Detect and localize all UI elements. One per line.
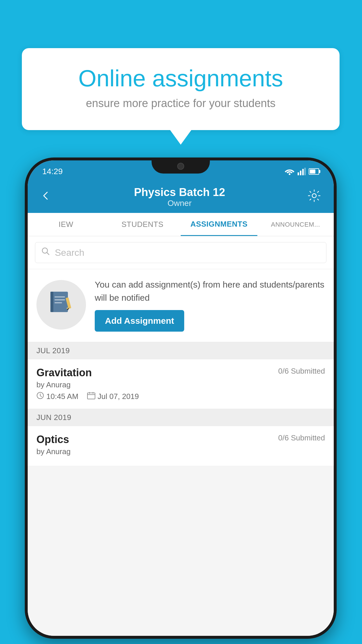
svg-rect-4 bbox=[304, 168, 306, 175]
battery-icon bbox=[309, 168, 319, 175]
assignment-author: by Anurag bbox=[36, 380, 325, 389]
screen-content: Search bbox=[28, 236, 334, 636]
signal-icon bbox=[298, 168, 306, 175]
assignment-name-optics: Optics bbox=[36, 433, 69, 446]
tab-announcements[interactable]: ANNOUNCEM... bbox=[257, 213, 334, 236]
svg-rect-3 bbox=[302, 169, 304, 175]
section-header-jun: JUN 2019 bbox=[28, 409, 334, 426]
assignment-item-gravitation[interactable]: Gravitation 0/6 Submitted by Anurag 10:4… bbox=[28, 359, 334, 409]
svg-rect-7 bbox=[52, 292, 68, 312]
meta-time: 10:45 AM bbox=[36, 392, 78, 401]
tab-students[interactable]: STUDENTS bbox=[104, 213, 181, 236]
assignment-submitted: 0/6 Submitted bbox=[278, 367, 325, 376]
svg-rect-10 bbox=[55, 299, 65, 300]
notch-camera bbox=[177, 163, 184, 170]
phone-frame: 14:29 bbox=[25, 158, 337, 639]
settings-button[interactable] bbox=[305, 186, 324, 208]
info-card: You can add assignment(s) from here and … bbox=[28, 269, 334, 342]
tab-assignments[interactable]: ASSIGNMENTS bbox=[181, 213, 257, 236]
assignment-row-top-optics: Optics 0/6 Submitted bbox=[36, 433, 325, 446]
assignment-date: Jul 07, 2019 bbox=[98, 392, 139, 401]
clock-icon bbox=[36, 392, 44, 401]
info-content: You can add assignment(s) from here and … bbox=[95, 278, 325, 332]
svg-rect-8 bbox=[50, 292, 53, 312]
section-header-jul: JUL 2019 bbox=[28, 342, 334, 359]
status-time: 14:29 bbox=[42, 167, 63, 176]
speech-bubble-container: Online assignments ensure more practice … bbox=[22, 48, 340, 130]
phone-screen: 14:29 bbox=[28, 160, 334, 636]
assignment-meta: 10:45 AM Jul 07, 2019 bbox=[36, 392, 325, 401]
svg-rect-1 bbox=[298, 172, 299, 175]
tab-bar: IEW STUDENTS ASSIGNMENTS ANNOUNCEM... bbox=[28, 213, 334, 236]
svg-rect-11 bbox=[55, 302, 62, 303]
info-icon-circle bbox=[36, 280, 86, 330]
add-assignment-button[interactable]: Add Assignment bbox=[95, 310, 184, 332]
assignment-submitted-optics: 0/6 Submitted bbox=[278, 433, 325, 442]
svg-rect-9 bbox=[55, 296, 65, 298]
svg-point-0 bbox=[289, 173, 291, 175]
calendar-icon bbox=[87, 392, 95, 401]
assignment-item-optics[interactable]: Optics 0/6 Submitted by Anurag bbox=[28, 426, 334, 466]
app-header: Physics Batch 12 Owner bbox=[28, 181, 334, 213]
info-text: You can add assignment(s) from here and … bbox=[95, 278, 325, 304]
status-icons bbox=[284, 168, 319, 175]
assignment-time: 10:45 AM bbox=[46, 392, 78, 401]
tab-iew[interactable]: IEW bbox=[28, 213, 104, 236]
header-title-section: Physics Batch 12 Owner bbox=[54, 186, 305, 208]
notebook-icon bbox=[48, 289, 74, 321]
phone-notch bbox=[152, 158, 210, 174]
meta-date: Jul 07, 2019 bbox=[87, 392, 139, 401]
back-button[interactable] bbox=[38, 188, 54, 206]
header-title: Physics Batch 12 bbox=[54, 186, 305, 199]
search-bar[interactable]: Search bbox=[35, 242, 326, 263]
assignment-author-optics: by Anurag bbox=[36, 447, 325, 456]
search-icon bbox=[41, 247, 50, 258]
wifi-icon bbox=[284, 168, 295, 175]
speech-bubble-subtitle: ensure more practice for your students bbox=[45, 97, 316, 110]
assignment-name: Gravitation bbox=[36, 367, 92, 379]
speech-bubble: Online assignments ensure more practice … bbox=[22, 48, 340, 130]
svg-point-5 bbox=[312, 194, 316, 198]
search-container: Search bbox=[28, 236, 334, 269]
svg-rect-16 bbox=[87, 393, 95, 399]
assignment-row-top: Gravitation 0/6 Submitted bbox=[36, 367, 325, 379]
svg-rect-2 bbox=[300, 171, 301, 175]
header-subtitle: Owner bbox=[54, 199, 305, 208]
speech-bubble-title: Online assignments bbox=[45, 66, 316, 91]
search-placeholder: Search bbox=[55, 247, 84, 258]
